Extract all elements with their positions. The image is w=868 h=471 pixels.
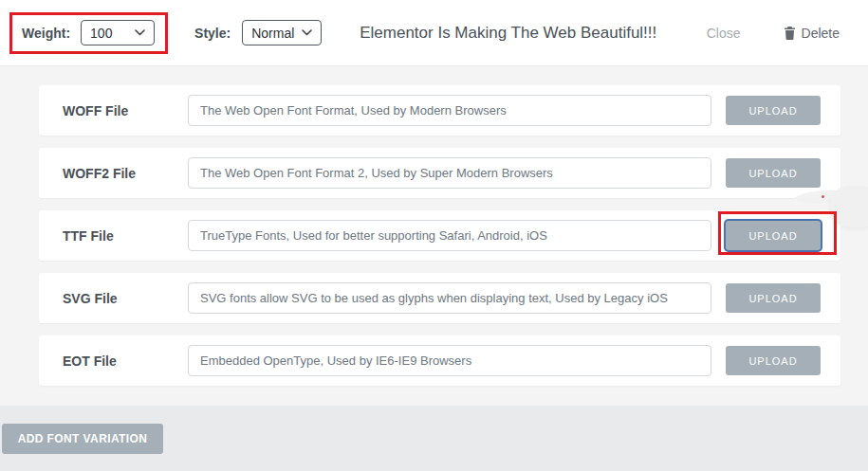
weight-select-value: 100 <box>90 26 112 41</box>
eot-file-input[interactable] <box>188 345 711 376</box>
file-row-ttf: TTF File UPLOAD <box>39 210 840 261</box>
close-button[interactable]: Close <box>707 26 741 41</box>
style-control: Style: Normal <box>194 20 322 45</box>
weight-select[interactable]: 100 <box>81 20 155 45</box>
file-row-label: TTF File <box>63 228 188 244</box>
style-label: Style: <box>194 26 231 41</box>
file-row-svg: SVG File UPLOAD <box>39 273 840 323</box>
woff-file-input[interactable] <box>188 95 711 126</box>
file-row-label: WOFF File <box>63 103 188 118</box>
file-row-label: WOFF2 File <box>63 166 188 181</box>
style-select-value: Normal <box>251 26 294 41</box>
weight-control: Weight: 100 <box>22 20 155 45</box>
file-row-woff: WOFF File UPLOAD <box>39 85 840 136</box>
panel-footer: ADD FONT VARIATION <box>0 406 868 471</box>
trash-icon <box>784 27 796 40</box>
delete-button-label: Delete <box>802 26 840 41</box>
woff2-file-input[interactable] <box>188 157 711 189</box>
woff2-upload-button[interactable]: UPLOAD <box>726 158 821 188</box>
ttf-file-input[interactable] <box>188 220 711 251</box>
chevron-down-icon <box>302 29 312 36</box>
woff-upload-button[interactable]: UPLOAD <box>726 96 821 125</box>
file-row-label: SVG File <box>63 291 188 306</box>
eot-upload-button[interactable]: UPLOAD <box>726 346 821 375</box>
font-title: Elementor Is Making The Web Beautiful!!! <box>360 24 656 43</box>
file-row-eot: EOT File UPLOAD <box>39 335 840 386</box>
ttf-upload-button[interactable]: UPLOAD <box>726 221 821 250</box>
file-row-woff2: WOFF2 File UPLOAD <box>39 148 840 198</box>
font-files-panel: WOFF File UPLOAD WOFF2 File UPLOAD TTF F… <box>0 66 868 406</box>
chevron-down-icon <box>135 29 145 36</box>
header-actions: Close Delete <box>707 26 840 41</box>
delete-button[interactable]: Delete <box>784 26 840 41</box>
font-variation-header: Weight: 100 Style: Normal Elementor Is M… <box>0 0 868 66</box>
svg-file-input[interactable] <box>188 282 711 314</box>
file-row-label: EOT File <box>63 353 188 369</box>
style-select[interactable]: Normal <box>242 20 322 45</box>
svg-upload-button[interactable]: UPLOAD <box>726 283 821 313</box>
add-font-variation-button[interactable]: ADD FONT VARIATION <box>2 424 163 454</box>
weight-label: Weight: <box>22 26 70 41</box>
